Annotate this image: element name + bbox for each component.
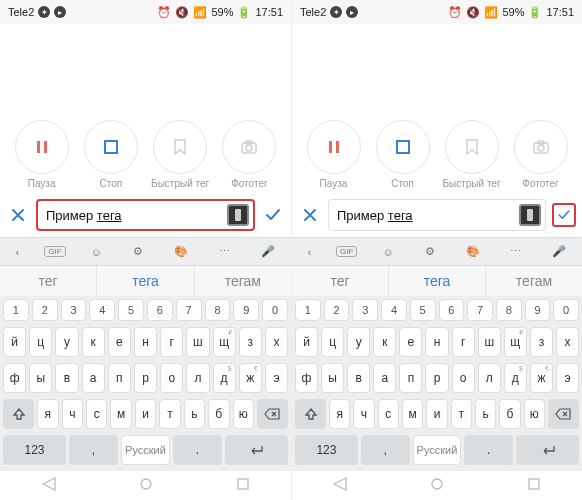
key-2[interactable]: 2	[324, 299, 350, 321]
key-letter[interactable]: ы	[29, 363, 52, 393]
key-letter[interactable]: л	[186, 363, 209, 393]
numeric-key[interactable]: 123	[295, 435, 358, 465]
key-letter[interactable]: ю	[524, 399, 545, 429]
key-letter[interactable]: о	[452, 363, 475, 393]
key-letter[interactable]: я	[37, 399, 58, 429]
sticker-icon[interactable]: ☺	[85, 246, 108, 258]
period-key[interactable]: .	[173, 435, 222, 465]
nav-home[interactable]	[138, 476, 154, 496]
palette-icon[interactable]: 🎨	[168, 245, 194, 258]
more-icon[interactable]: ⋯	[213, 245, 236, 258]
key-letter[interactable]: ч	[353, 399, 374, 429]
key-9[interactable]: 9	[233, 299, 259, 321]
mic-icon[interactable]: 🎤	[546, 245, 572, 258]
key-letter[interactable]: н	[425, 327, 448, 357]
gear-icon[interactable]: ⚙	[127, 245, 149, 258]
key-letter[interactable]: б	[208, 399, 229, 429]
key-letter[interactable]: а	[82, 363, 105, 393]
nav-back[interactable]	[332, 476, 348, 496]
key-letter[interactable]: ц	[321, 327, 344, 357]
key-5[interactable]: 5	[118, 299, 144, 321]
key-5[interactable]: 5	[410, 299, 436, 321]
key-letter[interactable]: ж€	[530, 363, 553, 393]
gif-button[interactable]: GIF	[44, 246, 65, 257]
phototag-action[interactable]: Фототег	[218, 120, 281, 189]
comma-key[interactable]: ,	[69, 435, 118, 465]
key-letter[interactable]: с	[86, 399, 107, 429]
key-1[interactable]: 1	[3, 299, 29, 321]
key-letter[interactable]: ж€	[239, 363, 262, 393]
backspace-key[interactable]	[548, 399, 579, 429]
key-letter[interactable]: в	[347, 363, 370, 393]
key-letter[interactable]: щ₽	[504, 327, 527, 357]
key-letter[interactable]: ш	[478, 327, 501, 357]
spacebar[interactable]: Русский	[121, 435, 170, 465]
key-letter[interactable]: й	[3, 327, 26, 357]
key-letter[interactable]: ю	[233, 399, 254, 429]
key-letter[interactable]: в	[55, 363, 78, 393]
key-7[interactable]: 7	[467, 299, 493, 321]
shift-key[interactable]	[3, 399, 34, 429]
confirm-button[interactable]	[261, 203, 285, 227]
key-4[interactable]: 4	[89, 299, 115, 321]
key-letter[interactable]: г	[160, 327, 183, 357]
key-letter[interactable]: т	[159, 399, 180, 429]
tag-thumbnail[interactable]	[519, 204, 541, 226]
key-letter[interactable]: х	[265, 327, 288, 357]
key-letter[interactable]: у	[55, 327, 78, 357]
key-letter[interactable]: з	[530, 327, 553, 357]
mic-icon[interactable]: 🎤	[255, 245, 281, 258]
nav-recent[interactable]	[526, 476, 542, 496]
key-letter[interactable]: ч	[62, 399, 83, 429]
key-letter[interactable]: ф	[295, 363, 318, 393]
key-letter[interactable]: щ₽	[213, 327, 236, 357]
key-letter[interactable]: р	[134, 363, 157, 393]
key-6[interactable]: 6	[147, 299, 173, 321]
spacebar[interactable]: Русский	[413, 435, 462, 465]
key-letter[interactable]: а	[373, 363, 396, 393]
key-letter[interactable]: к	[373, 327, 396, 357]
key-letter[interactable]: ь	[184, 399, 205, 429]
key-letter[interactable]: е	[108, 327, 131, 357]
key-letter[interactable]: й	[295, 327, 318, 357]
key-letter[interactable]: п	[399, 363, 422, 393]
key-8[interactable]: 8	[205, 299, 231, 321]
key-7[interactable]: 7	[176, 299, 202, 321]
key-2[interactable]: 2	[32, 299, 58, 321]
suggestion-2[interactable]: тега	[389, 266, 486, 296]
numeric-key[interactable]: 123	[3, 435, 66, 465]
key-letter[interactable]: и	[135, 399, 156, 429]
key-letter[interactable]: м	[110, 399, 131, 429]
backspace-key[interactable]	[257, 399, 288, 429]
nav-back[interactable]	[41, 476, 57, 496]
key-6[interactable]: 6	[439, 299, 465, 321]
key-1[interactable]: 1	[295, 299, 321, 321]
tag-input[interactable]: Пример тега	[36, 199, 255, 231]
sticker-icon[interactable]: ☺	[376, 246, 399, 258]
key-3[interactable]: 3	[352, 299, 378, 321]
quicktag-action[interactable]: Быстрый тег	[149, 120, 212, 189]
stop-action[interactable]: Стоп	[79, 120, 142, 189]
tag-thumbnail[interactable]	[227, 204, 249, 226]
key-letter[interactable]: г	[452, 327, 475, 357]
key-letter[interactable]: б	[499, 399, 520, 429]
comma-key[interactable]: ,	[361, 435, 410, 465]
pause-action[interactable]: Пауза	[302, 120, 365, 189]
key-0[interactable]: 0	[262, 299, 288, 321]
shift-key[interactable]	[295, 399, 326, 429]
key-letter[interactable]: ы	[321, 363, 344, 393]
suggestion-1[interactable]: тег	[292, 266, 389, 296]
key-4[interactable]: 4	[381, 299, 407, 321]
enter-key[interactable]	[516, 435, 579, 465]
stop-action[interactable]: Стоп	[371, 120, 434, 189]
gear-icon[interactable]: ⚙	[419, 245, 441, 258]
key-letter[interactable]: ф	[3, 363, 26, 393]
key-letter[interactable]: м	[402, 399, 423, 429]
key-letter[interactable]: я	[329, 399, 350, 429]
key-letter[interactable]: к	[82, 327, 105, 357]
key-letter[interactable]: п	[108, 363, 131, 393]
key-letter[interactable]: л	[478, 363, 501, 393]
phototag-action[interactable]: Фототег	[509, 120, 572, 189]
period-key[interactable]: .	[464, 435, 513, 465]
key-letter[interactable]: х	[556, 327, 579, 357]
